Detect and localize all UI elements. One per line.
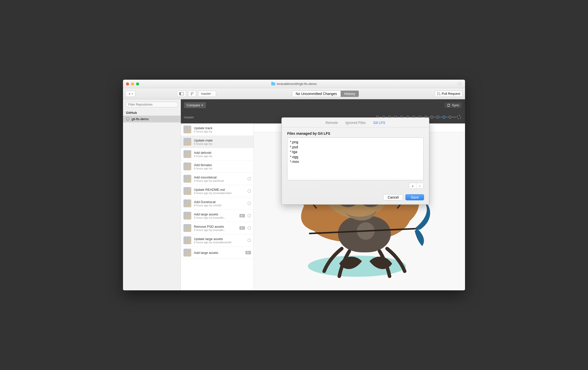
svg-point-6 (437, 92, 438, 93)
avatar (183, 162, 191, 170)
commit-item[interactable]: Update mate5 hours ago by (181, 136, 254, 148)
commit-node-icon (247, 214, 251, 217)
commit-title: Add defunkt (194, 151, 251, 155)
remove-pattern-button[interactable]: − (416, 183, 423, 189)
monitor-icon (126, 117, 130, 121)
traffic-lights (126, 82, 139, 85)
cloud-icon[interactable] (457, 82, 462, 86)
svg-rect-2 (180, 92, 181, 95)
commit-meta: 9 hours ago by pamboat (194, 179, 245, 182)
avatar (183, 175, 191, 183)
svg-text:+: + (129, 92, 131, 96)
view-segmented-control: No Uncommitted Changes History (292, 90, 359, 97)
chevron-down-icon: ▾ (132, 92, 133, 95)
close-window-button[interactable] (126, 82, 129, 85)
avatar (183, 236, 191, 244)
commit-title: Update README.md (194, 188, 245, 192)
app-window: loranallensmith/git-lfs-demo + ▾ master … (123, 80, 465, 290)
cancel-button[interactable]: Cancel (383, 194, 403, 200)
avatar (183, 125, 191, 133)
pull-request-label: Pull Request (442, 92, 460, 96)
lfs-section-label: Files managed by Git LFS (287, 131, 424, 135)
commit-item[interactable]: Add mountiecat9 hours ago by pamboat (181, 173, 254, 185)
popover-tabs: Remote Ignored Files Git LFS (282, 118, 429, 127)
svg-point-7 (437, 94, 438, 95)
commit-item[interactable]: Add large assets9 hours ago by loranalle… (181, 210, 254, 222)
commit-meta: 5 hours ago by (194, 142, 251, 145)
commit-node-icon (247, 239, 251, 242)
commit-item[interactable]: Add Dunetocat9 hours ago by crichID (181, 197, 254, 210)
commit-meta: 8 hours ago by (194, 167, 251, 170)
tab-remote[interactable]: Remote (325, 121, 338, 125)
commit-title: Add mountiecat (194, 175, 245, 179)
commit-item[interactable]: Add defunkt6 hours ago by (181, 148, 254, 160)
tab-git-lfs[interactable]: Git LFS (373, 121, 385, 125)
avatar (183, 199, 191, 207)
repo-item[interactable]: git-lfs-demo (123, 116, 181, 122)
toolbar: + ▾ master ⌵ No Uncommitted Changes Hist… (123, 88, 465, 99)
maximize-window-button[interactable] (136, 82, 139, 85)
commit-item[interactable]: Add large assets3▸ (181, 247, 254, 259)
window-title: loranallensmith/git-lfs-demo (271, 82, 317, 86)
avatar (183, 249, 191, 257)
chevron-down-icon: ⌵ (212, 92, 213, 95)
avatar (183, 138, 191, 146)
filter-repositories-input[interactable] (125, 102, 178, 107)
sidebar-toggle-button[interactable] (177, 91, 186, 97)
commit-title: Update track (194, 126, 251, 130)
main-area: Compare▼ Sync master (181, 99, 465, 290)
commit-title: Update mate (194, 138, 251, 142)
compare-button[interactable]: Compare▼ (184, 102, 206, 108)
minimize-window-button[interactable] (131, 82, 134, 85)
add-pattern-button[interactable]: + (409, 183, 416, 189)
tab-ignored-files[interactable]: Ignored Files (345, 121, 366, 125)
commit-meta: 6 hours ago by (194, 155, 251, 158)
sync-button[interactable]: Sync (444, 102, 462, 108)
commit-title: Add large assets (194, 251, 243, 255)
add-remove-group: + − (409, 183, 424, 189)
avatar (183, 212, 191, 220)
branch-name: master (201, 92, 211, 96)
commit-node-icon (247, 177, 251, 180)
repo-name: git-lfs-demo (132, 117, 149, 121)
svg-point-3 (191, 92, 192, 93)
pull-request-button[interactable]: Pull Request (435, 91, 463, 97)
add-button[interactable]: + ▾ (125, 91, 135, 97)
settings-popover: Remote Ignored Files Git LFS Files manag… (281, 117, 429, 205)
history-tab[interactable]: History (341, 91, 359, 97)
avatar (183, 187, 191, 195)
sync-icon (447, 104, 450, 107)
commit-count-badge: 3▸ (245, 251, 251, 254)
lfs-patterns-textarea[interactable] (287, 137, 424, 180)
commit-item[interactable]: Add femalec8 hours ago by (181, 160, 254, 173)
branch-button[interactable] (188, 91, 196, 97)
commit-title: Add Dunetocat (194, 200, 245, 204)
commit-node-icon (247, 189, 251, 193)
commit-item[interactable]: Update README.md9 hours ago by lynnwalle… (181, 185, 254, 197)
commit-meta: 9 hours ago by lynnwallenstein (194, 192, 245, 195)
commits-list[interactable]: Update track5 hours ago byUpdate mate5 h… (181, 123, 254, 290)
branch-selector[interactable]: master ⌵ (198, 91, 216, 97)
commit-meta: 9 hours ago by loranalle... (194, 216, 237, 219)
commit-title: Remove PSD assets (194, 225, 237, 228)
commit-node-icon (247, 226, 251, 230)
commit-item[interactable]: Update large assets9 hours ago by lorana… (181, 234, 254, 247)
uncommitted-tab[interactable]: No Uncommitted Changes (292, 91, 341, 97)
sidebar-group-header: GitHub (123, 110, 181, 116)
sidebar: GitHub git-lfs-demo (123, 99, 181, 290)
save-button[interactable]: Save (405, 194, 424, 200)
svg-point-5 (191, 94, 192, 95)
avatar (183, 150, 191, 158)
svg-point-8 (439, 94, 440, 95)
commit-node-icon (247, 202, 251, 205)
commit-count-badge: 2▸ (239, 226, 245, 230)
commit-meta: 5 hours ago by (194, 130, 251, 133)
title-text: loranallensmith/git-lfs-demo (277, 82, 317, 86)
commit-item[interactable]: Remove PSD assets9 hours ago by loranall… (181, 222, 254, 234)
titlebar: loranallensmith/git-lfs-demo (123, 80, 465, 88)
commit-item[interactable]: Update track5 hours ago by (181, 123, 254, 136)
commit-meta: 9 hours ago by loranallensmith (194, 241, 245, 244)
commit-meta: 9 hours ago by crichID (194, 204, 245, 207)
commit-title: Add large assets (194, 212, 237, 216)
branch-label: master (184, 115, 194, 119)
